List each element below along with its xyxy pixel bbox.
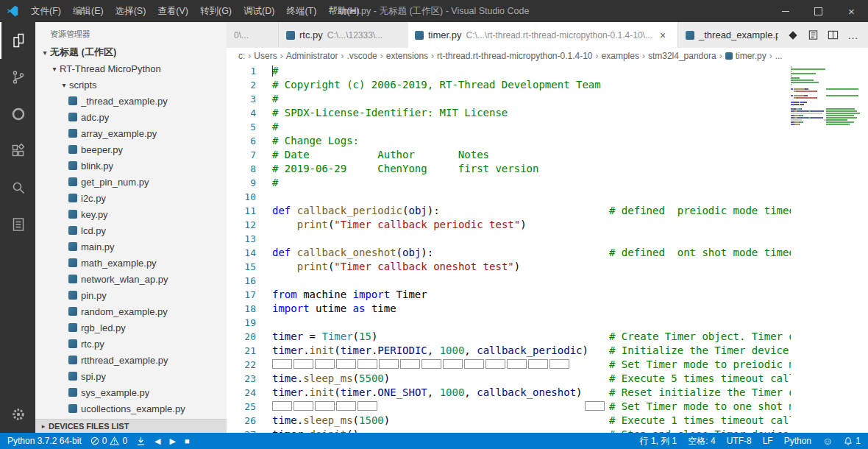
menu-item-d[interactable]: 调试(D) <box>238 5 280 18</box>
tree-file-beeper-py[interactable]: beeper.py <box>35 141 227 158</box>
tree-file-blink-py[interactable]: blink.py <box>35 158 227 174</box>
settings-gear-icon[interactable] <box>0 396 35 433</box>
run-button[interactable]: ▶ <box>170 437 176 445</box>
tab-thread-example-py[interactable]: _thread_example.pyC:\ <box>678 22 778 48</box>
code-line[interactable]: 20timer = Timer(15)# Create Timer object… <box>227 330 791 344</box>
tree-folder-scripts[interactable]: ▾scripts <box>35 77 227 93</box>
tree-folder-[interactable]: ▾无标题 (工作区) <box>35 44 227 60</box>
breadcrumb-item-examples[interactable]: examples <box>602 51 639 61</box>
code-line[interactable]: 17from machine import Timer <box>227 288 791 302</box>
tree-file-rtthread-example-py[interactable]: rtthread_example.py <box>35 352 227 368</box>
open-preview-icon[interactable] <box>808 29 819 40</box>
code-line[interactable]: 13 <box>227 232 791 246</box>
menu-item-t[interactable]: 终端(T) <box>280 5 322 18</box>
python-interpreter[interactable]: Python 3.7.2 64-bit <box>7 436 82 446</box>
menu-item-e[interactable]: 编辑(E) <box>67 5 110 18</box>
devices-files-list-section[interactable]: ▸ DEVICES FILES LIST <box>35 419 227 433</box>
editor[interactable]: 1#2# Copyright (c) 2006-2019, RT-Thread … <box>227 64 868 433</box>
tree-file-adc-py[interactable]: adc.py <box>35 109 227 125</box>
rt-thread-extension-icon[interactable] <box>0 96 35 132</box>
indentation-setting[interactable]: 空格: 4 <box>688 435 715 448</box>
extensions-icon[interactable] <box>0 132 35 169</box>
tree-folder-rt-thread-micropython[interactable]: ▾RT-Thread MicroPython <box>35 60 227 77</box>
code-line[interactable]: 8# 2019-06-29 ChenYong first version <box>227 162 791 176</box>
tree-file-get-pin-num-py[interactable]: get_pin_num.py <box>35 174 227 190</box>
code-line[interactable]: 1# <box>227 64 791 78</box>
breadcrumb-item-stm32l4-pandora[interactable]: stm32l4_pandora <box>648 51 716 61</box>
tab-timer-py[interactable]: timer.pyC:\...\rt-thread.rt-thread-micro… <box>408 22 678 48</box>
breadcrumb-item-users[interactable]: Users <box>254 51 277 61</box>
code-line[interactable]: 22# Set Timer mode to preiodic mode. Set… <box>227 358 791 372</box>
code-line[interactable]: 3# <box>227 92 791 106</box>
close-button[interactable]: × <box>835 0 868 22</box>
source-control-icon[interactable] <box>0 59 35 96</box>
menu-item-g[interactable]: 转到(G) <box>194 5 238 18</box>
code-line[interactable]: 24timer.init(timer.ONE_SHOT, 1000, callb… <box>227 386 791 400</box>
code-line[interactable]: 10 <box>227 190 791 204</box>
tree-file-random-example-py[interactable]: random_example.py <box>35 303 227 319</box>
tree-file-rtc-py[interactable]: rtc.py <box>35 336 227 352</box>
language-mode[interactable]: Python <box>784 436 811 446</box>
code-line[interactable]: 4# SPDX-License-Identifier: MIT License <box>227 106 791 120</box>
tree-file-network-wlan-ap-py[interactable]: network_wlan_ap.py <box>35 271 227 287</box>
sync-board-button[interactable]: ◀ <box>154 437 160 445</box>
menu-item-f[interactable]: 文件(F) <box>25 5 67 18</box>
code-line[interactable]: 2# Copyright (c) 2006-2019, RT-Thread De… <box>227 78 791 92</box>
eol-setting[interactable]: LF <box>763 436 773 446</box>
code-line[interactable]: 15 print("Timer callback oneshot test") <box>227 260 791 274</box>
tree-file-thread-example-py[interactable]: _thread_example.py <box>35 93 227 109</box>
encoding-setting[interactable]: UTF-8 <box>727 436 752 446</box>
problems-indicator[interactable]: 0 0 <box>90 436 127 446</box>
tree-file-array-example-py[interactable]: array_example.py <box>35 125 227 141</box>
open-changes-icon[interactable] <box>787 29 799 41</box>
breadcrumb-item-extensions[interactable]: extensions <box>386 51 428 61</box>
code-line[interactable]: 6# Change Logs: <box>227 134 791 148</box>
code-line[interactable]: 21timer.init(timer.PERIODIC, 1000, callb… <box>227 344 791 358</box>
code-line[interactable]: 12 print("Timer callback periodic test") <box>227 218 791 232</box>
breadcrumb-item-rt-thread-rt-thread-micropython-0-1-4-10[interactable]: rt-thread.rt-thread-micropython-0.1.4-10 <box>437 51 592 61</box>
code-line[interactable]: 25# Set Timer mode to one shot mode <box>227 400 791 414</box>
tree-file-spi-py[interactable]: spi.py <box>35 368 227 384</box>
code-line[interactable]: 5# <box>227 120 791 134</box>
more-actions-icon[interactable]: … <box>847 29 859 41</box>
code-line[interactable]: 7# Date Author Notes <box>227 148 791 162</box>
maximize-button[interactable] <box>802 0 835 22</box>
stop-button[interactable]: ■ <box>185 437 190 445</box>
code-line[interactable]: 27timer.deinit()# Stop and close Timer d… <box>227 428 791 433</box>
code-line[interactable]: 23time.sleep_ms(5500)# Execute 5 times t… <box>227 372 791 386</box>
close-icon[interactable]: × <box>660 29 666 41</box>
breadcrumb-item-c[interactable]: c: <box>238 51 245 61</box>
minimize-button[interactable] <box>769 0 802 22</box>
notifications-bell[interactable]: 1 <box>844 436 861 446</box>
breadcrumb-item-[interactable]: ... <box>775 51 783 61</box>
tab-partial[interactable]: 0\... <box>227 22 279 48</box>
tree-file-main-py[interactable]: main.py <box>35 238 227 255</box>
download-to-device-button[interactable] <box>136 436 146 446</box>
explorer-icon[interactable] <box>0 22 35 59</box>
minimap[interactable] <box>791 64 868 433</box>
tree-file-i2c-py[interactable]: i2c.py <box>35 190 227 206</box>
tree-file-key-py[interactable]: key.py <box>35 206 227 222</box>
code-line[interactable]: 18import utime as time <box>227 302 791 316</box>
tree-file-lcd-py[interactable]: lcd.py <box>35 222 227 238</box>
code-line[interactable]: 11def callback_periodic(obj):# defined p… <box>227 204 791 218</box>
tree-file-math-example-py[interactable]: math_example.py <box>35 255 227 271</box>
tab-rtc-py[interactable]: rtc.pyC:\...\12333\... <box>279 22 408 48</box>
tree-file-ucollections-example-py[interactable]: ucollections_example.py <box>35 400 227 417</box>
code-line[interactable]: 26time.sleep_ms(1500)# Execute 1 times t… <box>227 414 791 428</box>
tree-file-pin-py[interactable]: pin.py <box>35 287 227 303</box>
code-line[interactable]: 16 <box>227 274 791 288</box>
device-files-icon[interactable] <box>0 206 35 243</box>
breadcrumb-item-timer-py[interactable]: timer.py <box>736 51 766 61</box>
search-icon[interactable] <box>0 169 35 206</box>
menu-item-v[interactable]: 查看(V) <box>152 5 194 18</box>
code-line[interactable]: 19 <box>227 316 791 330</box>
menu-item-h[interactable]: 帮助(H) <box>322 5 365 18</box>
breadcrumb-item-administrator[interactable]: Administrator <box>286 51 338 61</box>
breadcrumb-item-vscode[interactable]: .vscode <box>346 51 377 61</box>
tree-file-sys-example-py[interactable]: sys_example.py <box>35 384 227 400</box>
tree-file-rgb-led-py[interactable]: rgb_led.py <box>35 319 227 336</box>
code-line[interactable]: 9# <box>227 176 791 190</box>
split-editor-icon[interactable] <box>828 29 839 40</box>
cursor-position[interactable]: 行 1, 列 1 <box>640 435 677 448</box>
